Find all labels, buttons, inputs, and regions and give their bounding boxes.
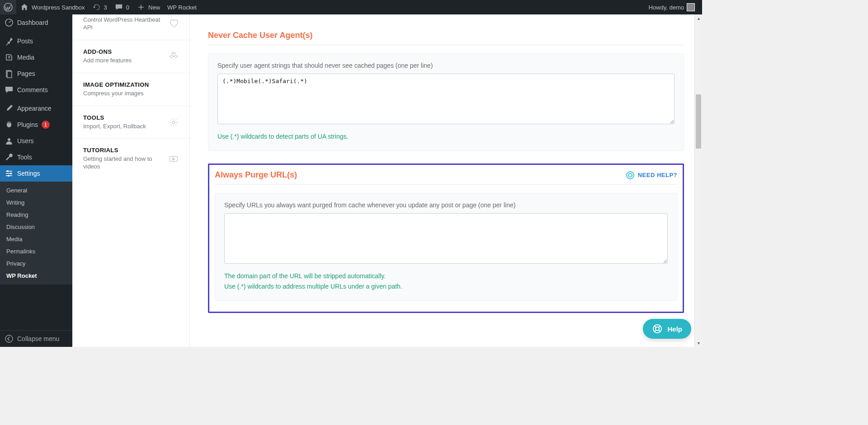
plugins-badge: 1 — [42, 121, 50, 129]
svg-point-5 — [7, 170, 9, 172]
purge-textarea[interactable] — [224, 213, 668, 264]
purge-hint2: Use (.*) wildcards to address multiple U… — [224, 282, 668, 291]
svg-point-9 — [172, 121, 175, 124]
purge-hint1: The domain part of the URL will be strip… — [224, 271, 668, 281]
scroll-up-button[interactable]: ▴ — [695, 14, 702, 22]
section-always-purge: Always Purge URL(s) NEED HELP? Specify U… — [215, 170, 677, 301]
updates-link[interactable]: 3 — [89, 0, 111, 14]
menu-label: Posts — [17, 37, 33, 45]
comments-link[interactable]: 0 — [111, 0, 133, 14]
lifebuoy-icon — [652, 323, 663, 334]
sub-discussion[interactable]: Discussion — [0, 221, 72, 233]
wpr-nav-item-tutorials[interactable]: TUTORIALS Getting started and how to vid… — [72, 139, 189, 179]
ua-hint: Use (.*) wildcards to detect parts of UA… — [217, 132, 675, 141]
wp-logo[interactable] — [0, 0, 16, 14]
new-label: New — [148, 4, 160, 11]
menu-tools[interactable]: Tools — [0, 149, 72, 165]
brush-icon — [5, 104, 14, 113]
scrollbar[interactable]: ▴ ▾ — [694, 14, 702, 347]
need-help-label: NEED HELP? — [638, 172, 677, 178]
scroll-thumb[interactable] — [696, 94, 701, 149]
dashboard-icon — [5, 18, 14, 27]
menu-label: Pages — [17, 70, 35, 77]
sub-wp-rocket[interactable]: WP Rocket — [0, 270, 72, 282]
wpr-settings-nav: Control WordPress Heartbeat API ADD-ONS … — [72, 14, 190, 347]
sub-media[interactable]: Media — [0, 233, 72, 245]
cubes-icon — [169, 51, 179, 61]
comment-icon — [114, 3, 123, 12]
svg-point-12 — [656, 327, 659, 331]
refresh-icon — [92, 3, 101, 12]
sub-privacy[interactable]: Privacy — [0, 257, 72, 270]
menu-label: Appearance — [17, 105, 52, 112]
help-widget[interactable]: Help — [643, 319, 691, 339]
gear-icon — [169, 117, 179, 127]
plus-icon — [137, 3, 146, 12]
menu-appearance[interactable]: Appearance — [0, 100, 72, 117]
wpr-nav-title: IMAGE OPTIMIZATION — [83, 81, 179, 88]
sub-general[interactable]: General — [0, 184, 72, 196]
menu-label: Tools — [17, 154, 32, 161]
wrench-icon — [5, 153, 14, 162]
sub-reading[interactable]: Reading — [0, 209, 72, 221]
collapse-icon — [5, 334, 14, 343]
scroll-down-button[interactable]: ▾ — [695, 339, 702, 347]
plug-icon — [5, 120, 14, 129]
media-icon — [5, 53, 14, 62]
wpr-nav-sub: Control WordPress Heartbeat API — [83, 16, 163, 32]
settings-submenu: General Writing Reading Discussion Media… — [0, 182, 72, 285]
highlighted-purge-section: Always Purge URL(s) NEED HELP? Specify U… — [208, 163, 684, 313]
wpr-nav-item-image-opt[interactable]: IMAGE OPTIMIZATION Compress your images — [72, 73, 189, 106]
purge-label: Specify URLs you always want purged from… — [224, 201, 668, 209]
updates-count: 3 — [104, 4, 107, 11]
need-help-link[interactable]: NEED HELP? — [626, 171, 677, 179]
user-icon — [5, 136, 14, 145]
menu-plugins[interactable]: Plugins 1 — [0, 117, 72, 133]
sub-permalinks[interactable]: Permalinks — [0, 245, 72, 257]
menu-posts[interactable]: Posts — [0, 33, 72, 49]
section-heading: Always Purge URL(s) — [215, 170, 297, 180]
wpr-nav-title: ADD-ONS — [83, 48, 163, 55]
comments-count: 0 — [126, 4, 129, 11]
collapse-menu[interactable]: Collapse menu — [0, 330, 72, 347]
admin-bar: Wordpress Sandbox 3 0 New — [0, 0, 702, 14]
pin-icon — [5, 37, 14, 46]
menu-comments[interactable]: Comments — [0, 82, 72, 98]
menu-pages[interactable]: Pages — [0, 65, 72, 82]
howdy-link[interactable]: Howdy, demo — [645, 0, 698, 14]
svg-point-7 — [8, 175, 9, 177]
menu-dashboard[interactable]: Dashboard — [0, 14, 72, 31]
wp-rocket-bar-link[interactable]: WP Rocket — [164, 0, 200, 14]
ua-fieldbox: Specify user agent strings that should n… — [208, 53, 684, 151]
menu-label: Users — [17, 137, 34, 145]
svg-rect-3 — [7, 71, 12, 78]
help-widget-label: Help — [667, 325, 682, 333]
svg-point-8 — [5, 335, 13, 342]
menu-settings[interactable]: Settings — [0, 165, 72, 182]
home-icon — [20, 3, 29, 12]
main-content: Never Cache User Agent(s) Specify user a… — [190, 14, 702, 347]
ua-textarea[interactable] — [217, 74, 675, 124]
wpr-nav-item-heartbeat[interactable]: Control WordPress Heartbeat API — [72, 14, 189, 40]
wordpress-icon — [4, 3, 13, 12]
wpr-nav-title: TOOLS — [83, 114, 163, 121]
wpr-nav-item-tools[interactable]: TOOLS Import, Export, Rollback — [72, 106, 189, 139]
section-heading: Never Cache User Agent(s) — [208, 31, 312, 40]
svg-point-6 — [10, 173, 12, 174]
wpr-nav-title: TUTORIALS — [83, 147, 163, 154]
wpr-nav-item-addons[interactable]: ADD-ONS Add more features — [72, 40, 189, 73]
howdy-text: Howdy, demo — [648, 4, 684, 11]
wpr-nav-sub: Add more features — [83, 57, 163, 65]
comment-icon — [5, 85, 14, 94]
menu-users[interactable]: Users — [0, 133, 72, 149]
collapse-label: Collapse menu — [17, 335, 59, 342]
section-never-cache-ua: Never Cache User Agent(s) Specify user a… — [208, 31, 684, 151]
wpr-nav-sub: Compress your images — [83, 90, 179, 98]
sub-writing[interactable]: Writing — [0, 196, 72, 209]
menu-label: Settings — [17, 170, 40, 177]
svg-point-4 — [8, 138, 10, 141]
site-link[interactable]: Wordpress Sandbox — [16, 0, 89, 14]
menu-label: Comments — [17, 86, 48, 93]
new-link[interactable]: New — [133, 0, 164, 14]
menu-media[interactable]: Media — [0, 49, 72, 65]
